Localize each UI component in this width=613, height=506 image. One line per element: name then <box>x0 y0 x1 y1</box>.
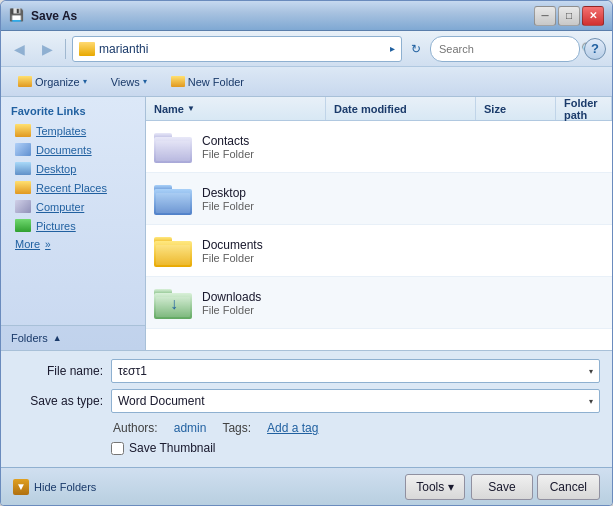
column-name-header[interactable]: Name ▼ <box>146 97 326 120</box>
folders-chevron-icon: ▲ <box>53 333 62 343</box>
tags-value[interactable]: Add a tag <box>267 421 318 435</box>
recent-places-icon <box>15 181 31 194</box>
filename-value: τεστ1 <box>118 364 147 378</box>
file-name: Documents <box>202 238 284 252</box>
savetype-value: Word Document <box>118 394 204 408</box>
window-title: Save As <box>31 9 534 23</box>
cancel-button[interactable]: Cancel <box>537 474 600 500</box>
title-bar-buttons: ─ □ ✕ <box>534 6 604 26</box>
sidebar-item-templates[interactable]: Templates <box>1 121 145 140</box>
meta-row: Authors: admin Tags: Add a tag <box>13 419 600 437</box>
file-info-desktop: Desktop File Folder <box>198 186 288 212</box>
views-button[interactable]: Views ▾ <box>102 71 156 93</box>
hide-folders-icon: ▼ <box>13 479 29 495</box>
bottom-form: File name: τεστ1 ▾ Save as type: Word Do… <box>1 350 612 467</box>
close-button[interactable]: ✕ <box>582 6 604 26</box>
views-dropdown-icon: ▾ <box>143 77 147 86</box>
organize-button[interactable]: Organize ▾ <box>9 71 96 93</box>
sidebar-desktop-label: Desktop <box>36 163 76 175</box>
savetype-label: Save as type: <box>13 394 103 408</box>
tools-button[interactable]: Tools ▾ <box>405 474 465 500</box>
download-arrow-icon: ↓ <box>170 295 178 313</box>
save-thumbnail-checkbox[interactable] <box>111 442 124 455</box>
views-label: Views <box>111 76 140 88</box>
navigation-toolbar: ◀ ▶ marianthi ▸ ↻ 🔍 ? <box>1 31 612 67</box>
sidebar-item-documents[interactable]: Documents <box>1 140 145 159</box>
sidebar-documents-label: Documents <box>36 144 92 156</box>
title-bar: 💾 Save As ─ □ ✕ <box>1 1 612 31</box>
hide-folders-label: Hide Folders <box>34 481 96 493</box>
file-info-downloads: Downloads File Folder <box>198 290 288 316</box>
folders-button[interactable]: Folders ▲ <box>1 325 145 350</box>
organize-label: Organize <box>35 76 80 88</box>
organize-dropdown-icon: ▾ <box>83 77 87 86</box>
maximize-button[interactable]: □ <box>558 6 580 26</box>
forward-button[interactable]: ▶ <box>35 37 59 61</box>
new-folder-icon <box>171 76 185 87</box>
file-icon-documents <box>150 235 198 267</box>
sidebar-item-computer[interactable]: Computer <box>1 197 145 216</box>
action-bar: ▼ Hide Folders Tools ▾ Save Cancel <box>1 467 612 505</box>
file-info-contacts: Contacts File Folder <box>198 134 288 160</box>
templates-icon <box>15 124 31 137</box>
tags-label: Tags: <box>222 421 251 435</box>
search-input[interactable] <box>439 43 577 55</box>
tools-dropdown-icon: ▾ <box>448 480 454 494</box>
sidebar-item-more[interactable]: More » <box>1 235 145 253</box>
filename-label: File name: <box>13 364 103 378</box>
savetype-select[interactable]: Word Document ▾ <box>111 389 600 413</box>
column-date-header[interactable]: Date modified <box>326 97 476 120</box>
sidebar-recent-label: Recent Places <box>36 182 107 194</box>
file-type: File Folder <box>202 304 284 316</box>
table-row[interactable]: Documents File Folder <box>146 225 612 277</box>
hide-folders-button[interactable]: ▼ Hide Folders <box>13 479 96 495</box>
thumbnail-row: Save Thumbnail <box>13 441 600 455</box>
sort-arrow-icon: ▼ <box>187 104 195 113</box>
sidebar-item-recent-places[interactable]: Recent Places <box>1 178 145 197</box>
back-button[interactable]: ◀ <box>7 37 31 61</box>
file-icon-contacts <box>150 131 198 163</box>
table-row[interactable]: Desktop File Folder <box>146 173 612 225</box>
tools-label: Tools <box>416 480 444 494</box>
column-path-header[interactable]: Folder path <box>556 97 612 120</box>
file-name: Downloads <box>202 290 284 304</box>
save-thumbnail-label[interactable]: Save Thumbnail <box>129 441 216 455</box>
command-toolbar: Organize ▾ Views ▾ New Folder <box>1 67 612 97</box>
table-row[interactable]: Contacts File Folder <box>146 121 612 173</box>
column-size-header[interactable]: Size <box>476 97 556 120</box>
file-icon-downloads: ↓ <box>150 287 198 319</box>
new-folder-label: New Folder <box>188 76 244 88</box>
filename-input[interactable]: τεστ1 ▾ <box>111 359 600 383</box>
filename-dropdown-icon: ▾ <box>589 367 593 376</box>
computer-icon <box>15 200 31 213</box>
search-box[interactable]: 🔍 <box>430 36 580 62</box>
sidebar-templates-label: Templates <box>36 125 86 137</box>
new-folder-button[interactable]: New Folder <box>162 71 253 93</box>
help-button[interactable]: ? <box>584 38 606 60</box>
sidebar-more-label: More <box>15 238 40 250</box>
address-bar[interactable]: marianthi ▸ <box>72 36 402 62</box>
file-icon-desktop <box>150 183 198 215</box>
sidebar-item-desktop[interactable]: Desktop <box>1 159 145 178</box>
more-chevron-icon: » <box>45 239 51 250</box>
table-row[interactable]: ↓ Downloads File Folder <box>146 277 612 329</box>
save-as-dialog: 💾 Save As ─ □ ✕ ◀ ▶ marianthi ▸ ↻ 🔍 ? Or… <box>0 0 613 506</box>
savetype-row: Save as type: Word Document ▾ <box>13 389 600 413</box>
file-type: File Folder <box>202 148 284 160</box>
file-list-header: Name ▼ Date modified Size Folder path <box>146 97 612 121</box>
authors-label: Authors: <box>113 421 158 435</box>
savetype-dropdown-icon: ▾ <box>589 397 593 406</box>
sidebar-computer-label: Computer <box>36 201 84 213</box>
pictures-icon <box>15 219 31 232</box>
save-button[interactable]: Save <box>471 474 532 500</box>
file-list[interactable]: Contacts File Folder <box>146 121 612 350</box>
filename-row: File name: τεστ1 ▾ <box>13 359 600 383</box>
minimize-button[interactable]: ─ <box>534 6 556 26</box>
address-dropdown-icon: ▸ <box>390 43 395 54</box>
address-folder-icon <box>79 42 95 56</box>
file-list-container: Name ▼ Date modified Size Folder path <box>146 97 612 350</box>
sidebar-item-pictures[interactable]: Pictures <box>1 216 145 235</box>
authors-value[interactable]: admin <box>174 421 207 435</box>
refresh-button[interactable]: ↻ <box>406 39 426 59</box>
desktop-icon <box>15 162 31 175</box>
